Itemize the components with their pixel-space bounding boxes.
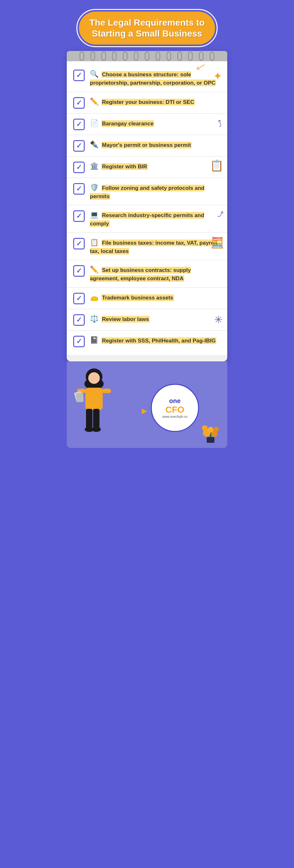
logo-cfo: CFO [165,405,184,415]
svg-point-19 [202,425,208,431]
checkmark-11: ✓ [76,316,82,323]
icon-9: ✏️ [90,266,98,274]
item-text-10: 👝 Trademark business assets [90,292,221,302]
checkmark-4: ✓ [76,143,82,149]
text-8: File business taxes: income tax, VAT, pa… [90,240,217,255]
item-text-6: 🛡️ Follow zoning and safety protocols an… [90,182,221,201]
checkbox-1[interactable]: ✓ [73,69,85,81]
item-text-8: 📋 File business taxes: income tax, VAT, … [90,237,221,255]
logo-bubble: one CFO www.onecfoph.co [151,384,199,432]
spiral-2 [90,52,95,61]
item-text-4: ✒️ Mayor's permit or business permit [90,140,221,150]
spiral-5 [123,52,127,61]
text-3: Barangay clearance [101,120,154,127]
checkmark-6: ✓ [76,185,82,192]
checkmark-12: ✓ [76,338,82,345]
check-item-5: ✓ 🏛️ Register with BIR 📋 [67,156,227,178]
spiral-8 [156,52,160,61]
svg-rect-9 [76,393,84,402]
text-11: Review labor laws [101,316,150,322]
checkbox-12[interactable]: ✓ [73,336,85,347]
spiral-3 [101,52,106,61]
icon-6: 🛡️ [90,183,98,191]
checkbox-9[interactable]: ✓ [73,265,85,277]
checkmark-5: ✓ [76,164,82,171]
check-item-12: ✓ 📓 Register with SSS, PhilHealth, and P… [67,331,227,352]
check-item-6: ✓ 🛡️ Follow zoning and safety protocols … [67,178,227,206]
icon-2: ✏️ [90,97,98,105]
item-text-3: 📄 Barangay clearance [90,118,221,128]
deco-8: 🧮 [210,236,224,249]
svg-rect-14 [207,437,214,443]
title-line1: The Legal Requirements to [89,18,204,28]
check-item-11: ✓ ⚖️ Review labor laws ✳ [67,309,227,331]
svg-rect-4 [85,388,103,410]
icon-11: ⚖️ [90,315,98,322]
svg-point-13 [92,427,101,432]
bottom-section: ► one CFO www.onecfoph.co [67,361,227,448]
icon-4: ✒️ [90,141,98,149]
svg-point-18 [208,427,213,433]
icon-7: 💻 [90,211,98,219]
check-item-2: ✓ ✏️ Register your business: DTI or SEC [67,92,227,114]
title-section: The Legal Requirements to Starting a Sma… [63,0,231,51]
icon-8: 📋 [90,238,98,246]
checkbox-10[interactable]: ✓ [73,293,85,304]
check-item-9: ✓ ✏️ Set up business contracts: supply a… [67,260,227,288]
person-figure [73,368,115,441]
icon-3: 📄 [90,119,98,127]
checkbox-7[interactable]: ✓ [73,210,85,222]
spiral-11 [188,52,193,61]
text-4: Mayor's permit or business permit [101,142,192,149]
icon-5: 🏛️ [90,162,98,170]
spiral-13 [210,52,214,61]
item-text-9: ✏️ Set up business contracts: supply agr… [90,265,221,283]
checkmark-7: ✓ [76,213,82,220]
text-5: Register with BIR [101,163,148,170]
checkmark-9: ✓ [76,268,82,275]
text-10: Trademark business assets [101,294,174,301]
checkbox-6[interactable]: ✓ [73,183,85,195]
icon-10: 👝 [90,293,98,301]
checkbox-4[interactable]: ✓ [73,140,85,152]
checkbox-8[interactable]: ✓ [73,238,85,249]
deco-1: ✦ [213,69,222,83]
checkmark-8: ✓ [76,240,82,247]
text-2: Register your business: DTI or SEC [101,99,195,105]
item-text-12: 📓 Register with SSS, PhilHealth, and Pag… [90,335,221,345]
arrow-right-icon: ► [140,406,149,416]
check-item-7: ✓ 💻 Research industry-specific permits a… [67,205,227,233]
main-container: The Legal Requirements to Starting a Sma… [63,0,231,461]
arrow-logo-row: ► one CFO www.onecfoph.co [140,384,199,438]
spiral-1 [80,52,84,61]
notebook: ← ✓ 🔍 Choose a business structure: sole … [67,51,227,361]
checkmark-10: ✓ [76,295,82,302]
deco-11: ✳ [214,314,223,326]
check-item-3: ✓ 📄 Barangay clearance ⤴ [67,114,227,135]
check-item-4: ✓ ✒️ Mayor's permit or business permit [67,135,227,156]
checkmark-1: ✓ [76,72,82,79]
logo-one: one [169,397,181,405]
checkbox-5[interactable]: ✓ [73,162,85,173]
checklist: ✓ 🔍 Choose a business structure: sole pr… [67,61,227,355]
plant-svg [198,415,224,444]
title-line2: Starting a Small Business [92,29,202,38]
icon-12: 📓 [90,336,98,344]
item-text-7: 💻 Research industry-specific permits and… [90,210,221,228]
deco-5: 📋 [210,159,224,172]
svg-rect-10 [86,409,92,428]
checkbox-2[interactable]: ✓ [73,97,85,109]
checkmark-3: ✓ [76,121,82,128]
svg-rect-11 [93,409,99,428]
spiral-9 [167,52,171,61]
text-9: Set up business contracts: supply agreem… [90,267,191,282]
checkbox-11[interactable]: ✓ [73,314,85,326]
svg-point-20 [214,427,219,432]
spiral-10 [177,52,182,61]
logo-url: www.onecfoph.co [163,415,187,418]
svg-point-3 [88,372,100,384]
checkbox-3[interactable]: ✓ [73,119,85,130]
text-6: Follow zoning and safety protocols and p… [90,185,204,200]
checkmark-2: ✓ [76,99,82,106]
check-item-10: ✓ 👝 Trademark business assets [67,288,227,309]
